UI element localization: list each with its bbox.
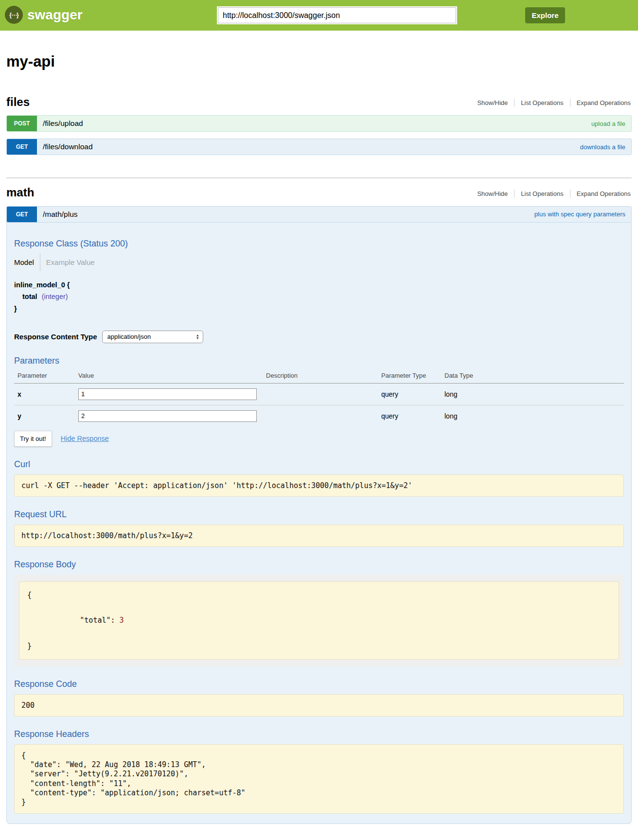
model-property: total (integer) [14, 291, 624, 303]
selected-content-type: application/json [107, 333, 196, 340]
model-property-name: total [22, 293, 37, 300]
json-number-value: 3 [120, 616, 124, 625]
tab-model[interactable]: Model [14, 258, 40, 266]
parameter-type: query [381, 412, 444, 420]
files-section-controls: Show/Hide List Operations Expand Operati… [471, 99, 632, 108]
math-list-operations-link[interactable]: List Operations [514, 190, 569, 198]
hide-response-link[interactable]: Hide Response [61, 435, 109, 442]
try-it-out-button[interactable]: Try it out! [14, 431, 52, 447]
json-total-line: "total":3 [27, 601, 611, 640]
brand-title: swagger [27, 7, 83, 23]
response-body-block: { "total":3 } [19, 581, 619, 660]
math-expand-operations-link[interactable]: Expand Operations [570, 190, 632, 198]
model-close-line: } [14, 303, 624, 315]
files-section-header: files Show/Hide List Operations Expand O… [6, 96, 632, 108]
response-code-block: 200 [14, 694, 624, 717]
curl-heading: Curl [14, 459, 624, 470]
parameter-y-value-input[interactable] [78, 410, 257, 422]
json-key: "total": [80, 616, 115, 625]
col-parameter: Parameter [14, 372, 78, 379]
response-content-type-row: Response Content Type application/json ▲… [14, 331, 624, 343]
spec-url-input[interactable] [218, 7, 456, 23]
math-section-header: math Show/Hide List Operations Expand Op… [6, 186, 632, 199]
col-parameter-type: Parameter Type [381, 372, 444, 379]
col-description: Description [266, 372, 381, 379]
parameter-row-y: y query long [14, 405, 624, 427]
col-value: Value [78, 372, 266, 379]
curl-command-block: curl -X GET --header 'Accept: applicatio… [14, 474, 624, 497]
files-expand-operations-link[interactable]: Expand Operations [570, 99, 632, 107]
operation-post-files-upload[interactable]: POST /files/upload upload a file [6, 115, 632, 132]
operation-path: /math/plus [43, 210, 78, 219]
response-code-heading: Response Code [14, 679, 624, 689]
model-open-line: inline_model_0 { [14, 279, 624, 291]
select-updown-arrows-icon: ▲▼ [196, 334, 199, 340]
model-tabs: Model Example Value [14, 254, 624, 271]
response-body-heading: Response Body [14, 560, 624, 570]
operation-get-files-download[interactable]: GET /files/download downloads a file [6, 139, 632, 155]
json-close-brace: } [27, 640, 611, 652]
swagger-logo-icon: {⋯} [5, 6, 23, 24]
response-headers-block: { "date": "Wed, 22 Aug 2018 18:49:13 GMT… [14, 744, 624, 814]
try-it-out-row: Try it out! Hide Response [14, 431, 624, 447]
operation-get-math-plus[interactable]: GET /math/plus plus with spec query para… [6, 206, 632, 223]
operation-details-panel: Response Class (Status 200) Model Exampl… [6, 223, 632, 824]
response-body-container: { "total":3 } [14, 575, 624, 666]
parameter-name: y [14, 412, 78, 420]
parameter-data-type: long [444, 390, 624, 398]
response-content-type-select[interactable]: application/json ▲▼ [102, 331, 203, 343]
parameter-type: query [381, 390, 444, 398]
math-show-hide-link[interactable]: Show/Hide [471, 190, 514, 198]
files-list-operations-link[interactable]: List Operations [514, 99, 569, 107]
page-title: my-api [6, 53, 632, 70]
response-headers-heading: Response Headers [14, 729, 624, 739]
response-class-heading: Response Class (Status 200) [14, 239, 624, 249]
section-divider [6, 177, 632, 178]
operation-path: /files/upload [43, 119, 83, 128]
math-section-controls: Show/Hide List Operations Expand Operati… [471, 190, 632, 199]
model-signature: inline_model_0 { total (integer) } [14, 279, 624, 315]
request-url-heading: Request URL [14, 509, 624, 520]
json-open-brace: { [27, 589, 611, 601]
operation-path: /files/download [43, 142, 93, 151]
operation-summary: downloads a file [580, 143, 625, 151]
swagger-brand-link[interactable]: {⋯} swagger [5, 6, 83, 24]
parameter-row-x: x query long [14, 384, 624, 405]
parameters-table-header: Parameter Value Description Parameter Ty… [14, 369, 624, 384]
top-header-bar: {⋯} swagger Explore [0, 0, 638, 31]
parameter-data-type: long [444, 412, 624, 420]
get-method-badge: GET [7, 139, 37, 155]
response-headers-json: { "date": "Wed, 22 Aug 2018 18:49:13 GMT… [21, 751, 617, 807]
files-section-title[interactable]: files [6, 96, 30, 108]
col-data-type: Data Type [444, 372, 624, 379]
response-content-type-label: Response Content Type [14, 332, 97, 341]
parameter-name: x [14, 390, 78, 398]
model-property-type: (integer) [42, 293, 68, 300]
operation-summary: plus with spec query parameters [534, 210, 625, 218]
explore-button[interactable]: Explore [525, 7, 565, 23]
math-section-title[interactable]: math [6, 186, 34, 199]
get-method-badge: GET [7, 207, 37, 222]
files-show-hide-link[interactable]: Show/Hide [471, 99, 514, 107]
request-url-block: http://localhost:3000/math/plus?x=1&y=2 [14, 525, 624, 547]
operation-summary: upload a file [591, 120, 625, 127]
parameter-x-value-input[interactable] [78, 388, 257, 400]
parameters-heading: Parameters [14, 356, 624, 366]
tab-example-value[interactable]: Example Value [40, 258, 95, 266]
post-method-badge: POST [7, 116, 37, 131]
